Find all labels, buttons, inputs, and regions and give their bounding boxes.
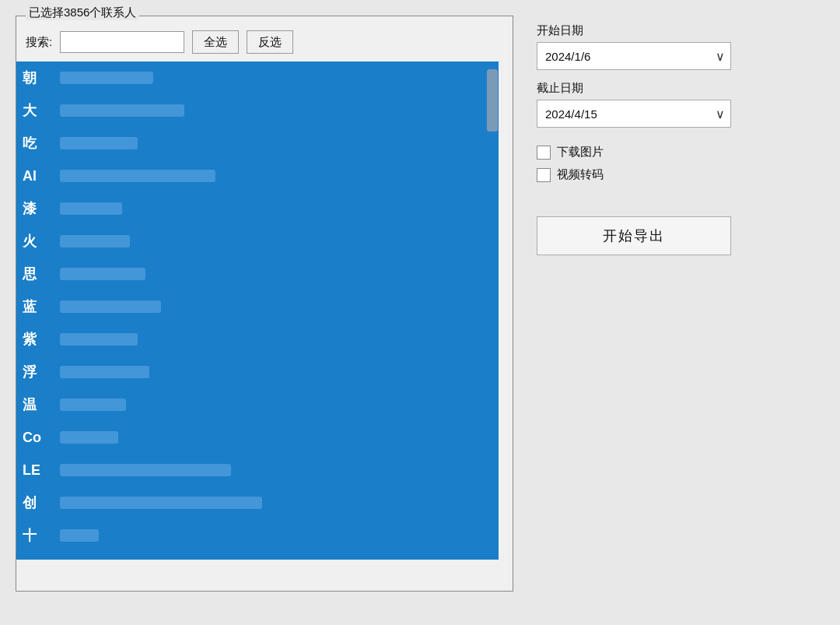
list-item[interactable]: AI [16,160,486,192]
list-item-blur [60,300,161,313]
video-transcode-row[interactable]: 视频转码 [537,167,754,182]
list-item-name: LE [23,462,54,479]
export-button[interactable]: 开始导出 [537,216,731,255]
list-item-blur [60,399,126,411]
list-item-blur [60,366,149,378]
right-panel: 开始日期 2024/1/6 ∨ 截止日期 2024/4/15 ∨ 下载图片 [537,16,754,592]
list-item-blur [60,268,145,280]
list-item-name: 吃 [23,134,54,153]
list-item-blur [60,431,118,444]
checkbox-section: 下载图片 视频转码 [537,145,754,182]
end-date-select[interactable]: 2024/4/15 [537,100,731,128]
main-container: 已选择3856个联系人 搜索: 全选 反选 朝大吃AI漆火思蓝紫浮温CoLE创十… [16,16,824,592]
list-item-name: 大 [23,101,54,120]
selected-count-label: 已选择3856个联系人 [26,5,139,20]
list-item-name: 蓝 [23,297,54,316]
search-label: 搜索: [26,35,52,50]
start-date-section: 开始日期 2024/1/6 ∨ [537,23,754,70]
list-item[interactable]: 紫 [16,323,486,356]
list-item[interactable]: 朝 [16,61,486,94]
list-item-blur [60,529,99,542]
left-panel: 已选择3856个联系人 搜索: 全选 反选 朝大吃AI漆火思蓝紫浮温CoLE创十 [16,16,513,592]
list-item-blur [60,235,130,248]
list-item[interactable]: 浮 [16,356,486,388]
scrollbar-thumb[interactable] [487,69,498,132]
list-item[interactable]: 火 [16,225,486,258]
select-all-button[interactable]: 全选 [192,30,239,54]
list-item-name: 火 [23,232,54,251]
list-item-blur [60,104,184,117]
start-date-label: 开始日期 [537,23,754,38]
list-item[interactable]: 吃 [16,127,486,160]
list-item-name: AI [23,168,54,184]
list-item-blur [60,72,153,84]
invert-button[interactable]: 反选 [247,30,293,54]
start-date-dropdown-wrapper: 2024/1/6 ∨ [537,42,731,70]
end-date-dropdown-wrapper: 2024/4/15 ∨ [537,100,731,128]
list-item[interactable]: 十 [16,519,486,552]
list-item-blur [60,497,262,509]
list-item-name: 漆 [23,199,54,218]
list-item-name: 浮 [23,363,54,381]
list-item-blur [60,333,138,346]
scrollbar[interactable] [486,61,499,560]
list-item[interactable]: 漆 [16,192,486,225]
list-item-blur [60,464,231,476]
list-item[interactable]: 思 [16,258,486,290]
contacts-list-area: 朝大吃AI漆火思蓝紫浮温CoLE创十 [16,61,499,560]
download-images-row[interactable]: 下载图片 [537,145,754,160]
list-item-name: 温 [23,395,54,414]
list-item[interactable]: 大 [16,94,486,127]
list-item-blur [60,137,138,149]
list-item-name: Co [23,430,54,446]
end-date-section: 截止日期 2024/4/15 ∨ [537,81,754,128]
video-transcode-label: 视频转码 [557,167,604,182]
list-item-name: 朝 [23,68,54,87]
list-item-name: 十 [23,526,54,545]
list-item-name: 创 [23,493,54,512]
list-item-blur [60,170,215,182]
start-date-select[interactable]: 2024/1/6 [537,42,731,70]
list-item-name: 思 [23,265,54,283]
list-item[interactable]: LE [16,454,486,486]
search-bar: 搜索: 全选 反选 [16,16,513,61]
list-item[interactable]: 蓝 [16,290,486,323]
search-input[interactable] [60,31,184,53]
download-images-checkbox[interactable] [537,146,551,160]
contacts-list-content: 朝大吃AI漆火思蓝紫浮温CoLE创十 [16,61,486,560]
download-images-label: 下载图片 [557,145,604,160]
list-item[interactable]: 温 [16,388,486,421]
end-date-label: 截止日期 [537,81,754,96]
list-item[interactable]: 创 [16,486,486,519]
list-item-blur [60,202,122,215]
list-item[interactable]: Co [16,421,486,454]
video-transcode-checkbox[interactable] [537,168,551,182]
list-item-name: 紫 [23,330,54,349]
